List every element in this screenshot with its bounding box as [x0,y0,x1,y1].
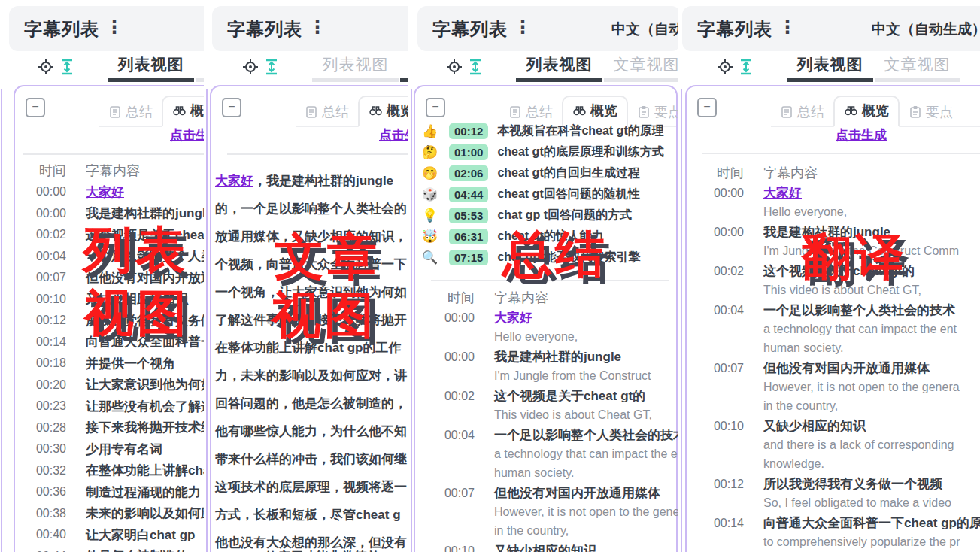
subtitle-text[interactable]: 但他没有对国内开放通用媒体 [494,484,678,502]
subtitle-text[interactable]: 但他没有对国内开放通用媒体 [763,359,960,378]
translation-line: I'm Jungle from the Construct [494,366,651,385]
generate-summary-link[interactable]: 点击生成 [836,126,887,144]
table-row[interactable]: 00:18 并提供一个视角 [23,353,204,375]
chip-overview[interactable]: 概览 [162,96,204,127]
auto-scroll-icon[interactable] [467,59,484,75]
kebab-menu-icon[interactable]: ⋮ [105,17,123,38]
overview-item[interactable]: 🎲 04:44 cheat gt回答问题的随机性 [422,183,675,205]
subtitle-text[interactable]: 在整体功能上讲解chat gp的工作方式 [86,462,204,479]
chip-summary[interactable]: 总结 [99,99,162,127]
tab-article-view[interactable]: 文章视图 [400,54,408,82]
collapse-button[interactable]: − [26,98,45,117]
table-row[interactable]: 00:00 我是建构社群的jungle I'm Jungle from the … [431,347,678,385]
table-row[interactable]: 00:00 大家好 Hello everyone, [700,183,980,221]
subtitle-text[interactable]: 一个足以影响整个人类社会的技术 [494,426,678,444]
timestamp: 00:04 [23,250,66,263]
subtitle-text[interactable]: 我是建构社群的jungle [494,347,651,366]
locate-current-subtitle-icon[interactable] [717,59,733,75]
subtitle-text[interactable]: 少用专有名词 [86,441,162,458]
locate-current-subtitle-icon[interactable] [242,59,259,75]
table-row[interactable]: 00:44 他是怎么被制造的 [23,546,204,552]
table-row[interactable]: 00:28 接下来我将抛开技术细节 [23,417,204,439]
table-row[interactable]: 00:12 所以我觉得我有义务做一个视频 So, I feel obligate… [700,475,980,512]
divider [227,153,408,155]
table-row[interactable]: 00:04 一个足以影响整个人类社会的技术 a technology that … [431,426,678,482]
tab-article-view[interactable]: 文章视图 [875,54,960,82]
subtitle-text[interactable]: 未来的影响以及如何应对 [86,505,204,522]
subtitle-language-label[interactable]: 中文（自动生成） [872,20,980,39]
collapse-button[interactable]: − [222,98,241,117]
timestamp-badge[interactable]: 07:15 [449,250,488,265]
table-row[interactable]: 00:23 让那些没有机会了解这件事的人 [23,396,204,417]
subtitle-text[interactable]: 他是怎么被制造的 [86,547,188,552]
auto-scroll-icon[interactable] [738,59,754,75]
table-row[interactable]: 00:32 在整体功能上讲解chat gp的工作方式 [23,460,204,482]
subtitle-text[interactable]: 让那些没有机会了解这件事的人 [86,398,204,415]
subtitle-text[interactable]: 并提供一个视角 [86,355,175,372]
subtitle-text[interactable]: 大家好 [86,183,124,201]
subtitle-text[interactable]: 让大家明白chat gp [86,526,195,544]
tab-list-view[interactable]: 列表视图 [516,54,602,82]
table-row[interactable]: 00:00 大家好 [23,181,204,203]
chip-summary[interactable]: 总结 [771,99,833,127]
chip-summary[interactable]: 总结 [296,99,358,127]
kebab-menu-icon[interactable]: ⋮ [308,17,326,38]
chip-overview[interactable]: 概览 [833,96,900,127]
locate-current-subtitle-icon[interactable] [446,59,463,75]
subtitle-text[interactable]: 又缺少相应的知识 [494,541,596,552]
auto-scroll-icon[interactable] [59,59,75,75]
chip-overview[interactable]: 概览 [358,96,408,127]
kebab-menu-icon[interactable]: ⋮ [514,17,532,38]
generate-summary-link[interactable]: 点击生成 [379,126,408,144]
subtitle-text[interactable]: 又缺少相应的知识 [763,417,954,435]
table-row[interactable]: 00:07 但他没有对国内开放通用媒体 However, it is not o… [700,359,980,415]
table-row[interactable]: 00:04 一个足以影响整个人类社会的技术 a technology that … [700,301,980,357]
timestamp-badge[interactable]: 00:12 [449,123,488,139]
table-row[interactable]: 00:38 未来的影响以及如何应对 [23,503,204,525]
timestamp-badge[interactable]: 01:00 [449,144,488,160]
subtitle-text[interactable]: 接下来我将抛开技术细节 [86,419,204,436]
collapse-button[interactable]: − [426,98,445,117]
overview-item[interactable]: 👍 00:12 本视频旨在科普cheat gt的原理 [422,120,675,141]
subtitle-link[interactable]: 大家好 [215,174,253,188]
timestamp-badge[interactable]: 05:53 [449,208,488,223]
generate-summary-link[interactable]: 点击生成 [170,126,204,144]
tab-article-view[interactable]: 文章视图 [196,54,204,82]
table-row[interactable]: 00:36 制造过程涌现的能力 [23,481,204,503]
table-row[interactable]: 00:14 向普通大众全面科普一下cheat gp的原理 to comprehe… [700,514,980,552]
auto-scroll-icon[interactable] [263,59,280,75]
subtitle-text[interactable]: 大家好 [763,183,847,202]
subtitle-language-label[interactable]: 中文（自动生成） [611,20,678,39]
tab-article-view[interactable]: 文章视图 [604,54,678,82]
subtitle-text[interactable]: 制造过程涌现的能力 [86,484,201,501]
table-row[interactable]: 00:02 这个视频是关于cheat gt的 This video is abo… [431,387,678,424]
timestamp-badge[interactable]: 04:44 [449,187,488,202]
subtitle-text[interactable]: 这个视频是关于cheat gt的 [494,387,652,405]
kebab-menu-icon[interactable]: ⋮ [778,17,796,38]
overview-item[interactable]: 🤭 02:06 cheat gt的自回归生成过程 [422,162,675,183]
subtitle-text[interactable]: 所以我觉得我有义务做一个视频 [763,475,951,493]
subtitle-text[interactable]: 一个足以影响整个人类社会的技术 [763,301,957,320]
chip-keypoints[interactable]: 要点 [900,99,962,127]
overview-item[interactable]: 🤔 01:00 cheat gt的底层原理和训练方式 [422,141,675,162]
chip-label: 概览 [387,102,408,120]
tab-list-view[interactable]: 列表视图 [787,54,873,82]
table-row[interactable]: 00:10 又缺少相应的知识 and there is a lack of co… [700,417,980,473]
timestamp-badge[interactable]: 02:06 [449,165,488,181]
subtitle-text[interactable]: 向普通大众全面科普一下cheat gp的原理 [763,514,980,532]
collapse-button[interactable]: − [697,98,717,117]
translation-line: So, I feel obligated to make a video [763,493,951,512]
col-content: 字幕内容 [494,289,548,307]
subtitle-text[interactable]: 大家好 [494,308,578,327]
timestamp-badge[interactable]: 06:31 [449,229,488,244]
locate-current-subtitle-icon[interactable] [38,59,54,75]
table-row[interactable]: 00:07 但他没有对国内开放通用媒体 However, it is not o… [431,484,678,540]
table-row[interactable]: 00:00 大家好 Hello everyone, [431,308,678,346]
table-row[interactable]: 00:30 少用专有名词 [23,438,204,460]
table-row[interactable]: 00:20 让大家意识到他为何如此重要 [23,375,204,396]
subtitle-text[interactable]: 让大家意识到他为何如此重要 [86,376,204,393]
tab-list-view[interactable]: 列表视图 [312,54,399,82]
table-row[interactable]: 00:40 让大家明白chat gp [23,524,204,546]
table-row[interactable]: 00:10 又缺少相应的知识 [431,541,678,552]
tab-list-view[interactable]: 列表视图 [108,54,194,82]
